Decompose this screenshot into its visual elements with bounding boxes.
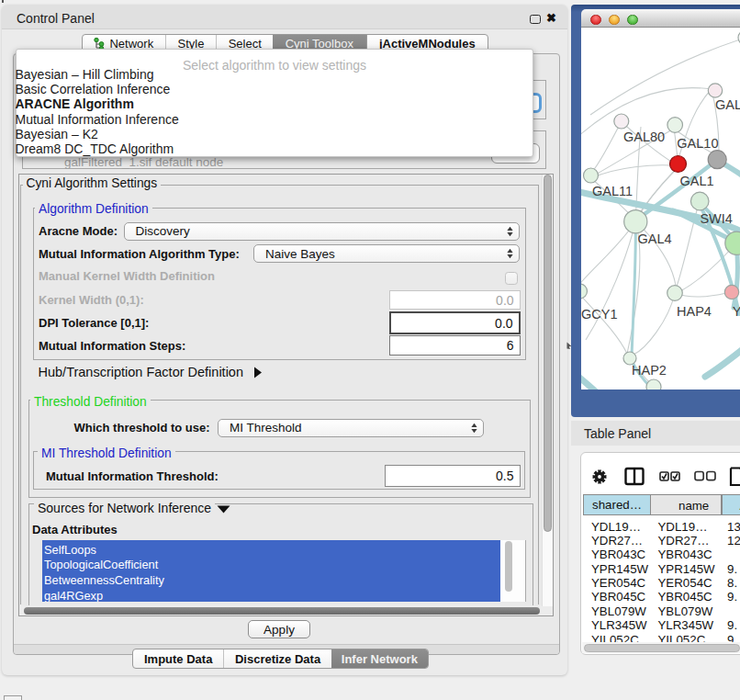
svg-text:GAL80: GAL80 <box>623 130 665 144</box>
svg-text:GAL1: GAL1 <box>680 174 714 188</box>
svg-text:HAP2: HAP2 <box>632 363 667 378</box>
svg-text:HAP4: HAP4 <box>677 304 712 319</box>
svg-text:YP: YP <box>733 304 740 319</box>
svg-text:SWI4: SWI4 <box>700 211 732 226</box>
svg-text:GAL4: GAL4 <box>638 231 672 246</box>
svg-text:GCY1: GCY1 <box>581 307 618 322</box>
svg-text:GAL10: GAL10 <box>677 136 718 151</box>
svg-text:GAL2: GAL2 <box>715 97 740 112</box>
svg-text:GAL11: GAL11 <box>592 184 633 198</box>
